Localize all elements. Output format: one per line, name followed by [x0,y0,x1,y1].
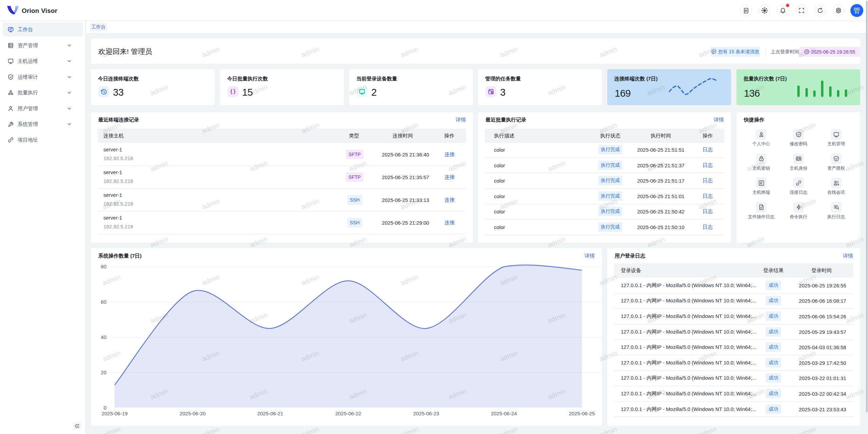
svg-text:2025-06-25: 2025-06-25 [569,411,595,416]
svg-text:2025-06-21: 2025-06-21 [257,411,283,416]
svg-text:2025-06-20: 2025-06-20 [180,411,206,416]
svg-text:80: 80 [101,264,106,269]
svg-text:0: 0 [104,405,106,411]
svg-text:20: 20 [101,370,106,375]
svg-text:2025-06-19: 2025-06-19 [102,411,128,416]
svg-text:60: 60 [101,299,106,305]
svg-text:2025-06-23: 2025-06-23 [413,411,439,416]
svg-text:2025-06-24: 2025-06-24 [491,411,517,416]
svg-text:2025-06-22: 2025-06-22 [335,411,361,416]
svg-text:40: 40 [101,334,106,340]
